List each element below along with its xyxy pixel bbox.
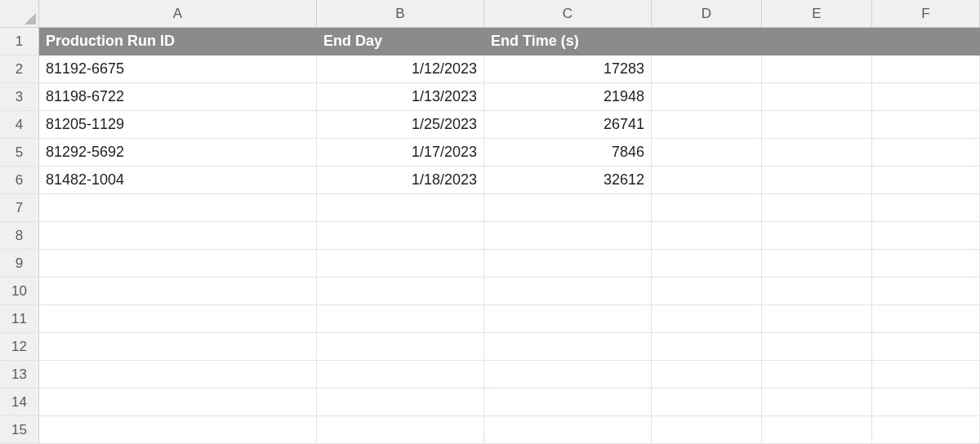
col-head-F[interactable]: F <box>872 0 980 28</box>
row-head-1[interactable]: 1 <box>0 28 39 56</box>
cell-B2[interactable]: 1/12/2023 <box>317 56 484 83</box>
cell-C12[interactable] <box>484 333 652 361</box>
row-head-12[interactable]: 12 <box>0 333 39 361</box>
cell-C13[interactable] <box>484 361 652 388</box>
cell-A8[interactable] <box>39 222 317 250</box>
cell-D2[interactable] <box>652 56 762 83</box>
select-all-corner[interactable] <box>0 0 39 28</box>
cell-C9[interactable] <box>484 250 652 278</box>
cell-D1[interactable] <box>652 28 762 56</box>
cell-C7[interactable] <box>484 194 652 222</box>
cell-A15[interactable] <box>39 416 317 444</box>
cell-F2[interactable] <box>872 56 980 83</box>
cell-E14[interactable] <box>762 388 872 416</box>
cell-B12[interactable] <box>317 333 484 361</box>
cell-F6[interactable] <box>872 166 980 194</box>
cell-B3[interactable]: 1/13/2023 <box>317 83 484 111</box>
cell-C6[interactable]: 32612 <box>484 166 652 194</box>
row-head-13[interactable]: 13 <box>0 361 39 388</box>
cell-B8[interactable] <box>317 222 484 250</box>
cell-A6[interactable]: 81482-1004 <box>39 166 317 194</box>
cell-D11[interactable] <box>652 305 762 333</box>
cell-D6[interactable] <box>652 166 762 194</box>
cell-D10[interactable] <box>652 278 762 305</box>
cell-A1[interactable]: Production Run ID <box>39 28 317 56</box>
cell-C2[interactable]: 17283 <box>484 56 652 83</box>
cell-E11[interactable] <box>762 305 872 333</box>
cell-F9[interactable] <box>872 250 980 278</box>
cell-F14[interactable] <box>872 388 980 416</box>
cell-F4[interactable] <box>872 111 980 139</box>
cell-E2[interactable] <box>762 56 872 83</box>
row-head-6[interactable]: 6 <box>0 166 39 194</box>
cell-D12[interactable] <box>652 333 762 361</box>
col-head-B[interactable]: B <box>317 0 484 28</box>
cell-B9[interactable] <box>317 250 484 278</box>
cell-C5[interactable]: 7846 <box>484 139 652 166</box>
cell-B7[interactable] <box>317 194 484 222</box>
cell-E13[interactable] <box>762 361 872 388</box>
cell-B11[interactable] <box>317 305 484 333</box>
row-head-3[interactable]: 3 <box>0 83 39 111</box>
cell-A13[interactable] <box>39 361 317 388</box>
cell-F3[interactable] <box>872 83 980 111</box>
cell-F11[interactable] <box>872 305 980 333</box>
cell-A12[interactable] <box>39 333 317 361</box>
cell-D14[interactable] <box>652 388 762 416</box>
cell-F1[interactable] <box>872 28 980 56</box>
cell-C3[interactable]: 21948 <box>484 83 652 111</box>
cell-A9[interactable] <box>39 250 317 278</box>
cell-B13[interactable] <box>317 361 484 388</box>
cell-A4[interactable]: 81205-1129 <box>39 111 317 139</box>
cell-A10[interactable] <box>39 278 317 305</box>
row-head-9[interactable]: 9 <box>0 250 39 278</box>
cell-F8[interactable] <box>872 222 980 250</box>
cell-E1[interactable] <box>762 28 872 56</box>
cell-B10[interactable] <box>317 278 484 305</box>
cell-C10[interactable] <box>484 278 652 305</box>
row-head-2[interactable]: 2 <box>0 56 39 83</box>
cell-B15[interactable] <box>317 416 484 444</box>
cell-B14[interactable] <box>317 388 484 416</box>
row-head-7[interactable]: 7 <box>0 194 39 222</box>
row-head-15[interactable]: 15 <box>0 416 39 444</box>
cell-C1[interactable]: End Time (s) <box>484 28 652 56</box>
cell-C8[interactable] <box>484 222 652 250</box>
cell-D15[interactable] <box>652 416 762 444</box>
cell-B1[interactable]: End Day <box>317 28 484 56</box>
cell-C15[interactable] <box>484 416 652 444</box>
row-head-4[interactable]: 4 <box>0 111 39 139</box>
cell-C4[interactable]: 26741 <box>484 111 652 139</box>
cell-E9[interactable] <box>762 250 872 278</box>
cell-A2[interactable]: 81192-6675 <box>39 56 317 83</box>
cell-A5[interactable]: 81292-5692 <box>39 139 317 166</box>
col-head-A[interactable]: A <box>39 0 317 28</box>
cell-A7[interactable] <box>39 194 317 222</box>
cell-F5[interactable] <box>872 139 980 166</box>
cell-B6[interactable]: 1/18/2023 <box>317 166 484 194</box>
cell-E6[interactable] <box>762 166 872 194</box>
cell-E4[interactable] <box>762 111 872 139</box>
col-head-E[interactable]: E <box>762 0 872 28</box>
cell-C14[interactable] <box>484 388 652 416</box>
spreadsheet-grid[interactable]: A B C D E F 1 Production Run ID End Day … <box>0 0 980 444</box>
cell-D13[interactable] <box>652 361 762 388</box>
cell-B5[interactable]: 1/17/2023 <box>317 139 484 166</box>
cell-E7[interactable] <box>762 194 872 222</box>
row-head-11[interactable]: 11 <box>0 305 39 333</box>
cell-E12[interactable] <box>762 333 872 361</box>
col-head-C[interactable]: C <box>484 0 652 28</box>
cell-D7[interactable] <box>652 194 762 222</box>
cell-C11[interactable] <box>484 305 652 333</box>
cell-F15[interactable] <box>872 416 980 444</box>
col-head-D[interactable]: D <box>652 0 762 28</box>
cell-B4[interactable]: 1/25/2023 <box>317 111 484 139</box>
row-head-5[interactable]: 5 <box>0 139 39 166</box>
cell-F10[interactable] <box>872 278 980 305</box>
cell-A11[interactable] <box>39 305 317 333</box>
cell-D3[interactable] <box>652 83 762 111</box>
cell-A3[interactable]: 81198-6722 <box>39 83 317 111</box>
row-head-14[interactable]: 14 <box>0 388 39 416</box>
cell-E3[interactable] <box>762 83 872 111</box>
cell-F7[interactable] <box>872 194 980 222</box>
